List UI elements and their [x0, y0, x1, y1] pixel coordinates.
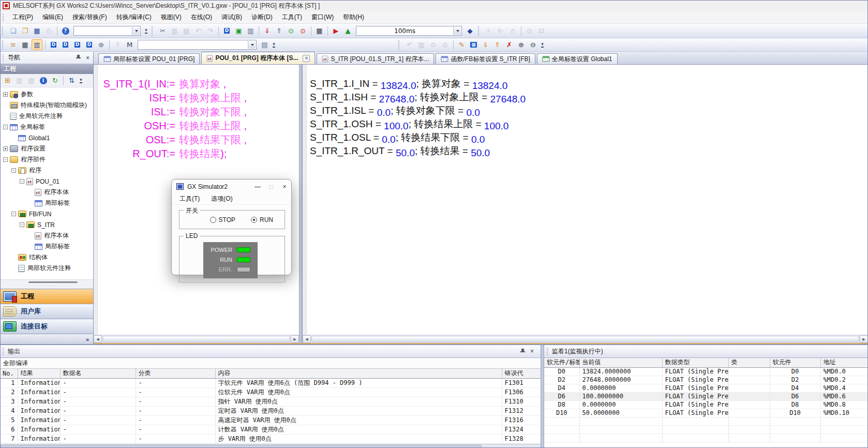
scroll-left-button[interactable]: ◀ [303, 335, 311, 343]
tab-fb-label-sitr[interactable]: 函数/FB标签设置 S_ITR [FB] × [436, 53, 535, 64]
transfer-setup-button[interactable]: ◆ [465, 25, 475, 36]
h-scrollbar[interactable]: ◀ ▶ [303, 335, 868, 343]
find-button[interactable]: M [124, 39, 135, 50]
delete-device-button[interactable]: ✗ [504, 39, 515, 50]
scan-time-combo[interactable]: 100ms [356, 26, 462, 36]
copy-button[interactable]: ▥ [169, 25, 180, 36]
menu-item[interactable]: 帮助(H) [338, 11, 369, 23]
output-row[interactable]: 2 Information - - 位软元件 VAR用 使用0点 F1306 [0, 387, 541, 397]
connection-destination-view-button[interactable]: 连接目标 [0, 319, 93, 334]
undo-button[interactable]: ↶ [193, 25, 204, 36]
user-library-view-button[interactable]: 用户库 [0, 304, 93, 319]
find-combo[interactable] [138, 40, 257, 50]
output-row[interactable]: 7 Information - - 步 VAR用 使用0点 F1328 [0, 434, 541, 443]
menu-item[interactable]: 调试(B) [217, 11, 247, 23]
label-edit-button[interactable]: ▦ [468, 39, 479, 50]
menu-item[interactable]: 在线(O) [186, 11, 217, 23]
tree-expander-icon[interactable]: - [3, 157, 8, 162]
tree-expander-icon[interactable]: - [11, 168, 16, 173]
pin-icon[interactable] [520, 348, 526, 355]
help-button[interactable]: ? [60, 25, 71, 36]
tree-item-sitr[interactable]: - S_ITR [0, 219, 93, 230]
monitor-watch-button[interactable]: ⊙ [286, 25, 296, 36]
toolbar-overflow-button[interactable]: ▾ [271, 40, 277, 50]
toolbar-combo[interactable] [73, 26, 141, 36]
stop-radio[interactable]: STOP [210, 216, 235, 223]
scroll-right-button[interactable]: ▶ [860, 335, 868, 343]
start-monitor-button[interactable]: ▶ [331, 25, 341, 36]
tree-item-pou01-local-label[interactable]: 局部标签 [0, 198, 93, 208]
device-comment-button[interactable]: D [221, 25, 232, 36]
toolbar-overflow-button[interactable]: ▾ [539, 40, 546, 50]
output-row[interactable]: 4 Information - - 定时器 VAR用 使用0点 F1312 [0, 406, 541, 415]
watch-column-header[interactable]: 地址 [820, 358, 868, 367]
close-button[interactable]: × [278, 183, 291, 190]
redo-button[interactable]: ↷ [205, 25, 216, 36]
open-project-button[interactable]: ❐ [20, 25, 31, 36]
statement-display-button[interactable]: ▥ [416, 39, 427, 50]
tree-item-local-device-comment[interactable]: 局部软元件注释 [0, 263, 93, 274]
output-row[interactable]: 3 Information - - 指针 VAR用 使用0点 F1310 [0, 397, 541, 406]
device-monitor-button[interactable]: ▥ [245, 25, 256, 36]
output-row[interactable]: 6 Information - - 计数器 VAR用 使用0点 F1324 [0, 425, 541, 434]
output-column-header[interactable]: 结果 [18, 369, 60, 378]
tree-expander-icon[interactable]: - [3, 125, 8, 129]
watch-column-header[interactable]: 类 [728, 358, 770, 367]
note-search-button[interactable]: ⊙ [440, 39, 451, 50]
watch-row[interactable]: D6 100.0000000 FLOAT (Single Precision) … [544, 392, 868, 400]
menu-item[interactable]: 视图(V) [156, 11, 186, 23]
watch-column-header[interactable]: 软元件/标签 [544, 358, 579, 367]
output-column-header[interactable]: 分类 [136, 369, 215, 378]
output-column-header[interactable]: 数据名 [60, 369, 136, 378]
tab-close-button[interactable]: × [303, 55, 310, 62]
device-tree-button[interactable]: D [72, 39, 83, 50]
editor-splitter[interactable] [299, 65, 303, 343]
tree-expander-icon[interactable]: - [11, 212, 16, 216]
read-from-plc-button[interactable]: ⇑ [274, 25, 285, 36]
watch-column-header[interactable]: 软元件 [770, 358, 820, 367]
maximize-button[interactable]: □ [264, 183, 278, 190]
panel-splitter[interactable] [541, 345, 544, 448]
watch-row[interactable]: D10 50.0000000 FLOAT (Single Precision) … [544, 409, 868, 417]
st-code-line[interactable]: ISL:= 转换对象下限 , [102, 105, 299, 119]
comment-display-button[interactable]: ↶ [404, 39, 415, 50]
tree-h-scrollbar[interactable] [0, 279, 93, 284]
refresh-button[interactable]: ↻ [50, 75, 61, 86]
watch-row[interactable]: D8 0.0000000 FLOAT (Single Precision) D8… [544, 400, 868, 409]
tree-item-parameter[interactable]: + 参数 [0, 89, 93, 100]
tree-expander-icon[interactable]: + [3, 146, 8, 151]
tree-item-global-label[interactable]: - 全局标签 [0, 122, 93, 132]
tree-expander-icon[interactable]: - [20, 179, 24, 184]
device-view-button[interactable]: D [84, 39, 95, 50]
watch-empty-row[interactable] [544, 434, 868, 442]
device-test-button[interactable]: ⊙ [297, 25, 308, 36]
watch-row[interactable]: D2 27648.0000000 FLOAT (Single Precision… [544, 376, 868, 384]
simulator-menu-item[interactable]: 工具(T) [174, 195, 205, 203]
watch-row[interactable]: D0 13824.0000000 FLOAT (Single Precision… [544, 367, 868, 376]
toolbar-overflow-button[interactable]: ▾ [143, 26, 149, 36]
export-button[interactable]: ⇑ [492, 39, 503, 50]
st-code-line[interactable]: OSH:= 转换结果上限 , [102, 119, 299, 133]
st-code-line[interactable]: ISH:= 转换对象上限 , [102, 91, 299, 105]
st-code-line[interactable]: OSL:= 转换结果下限 , [102, 133, 299, 147]
property-button[interactable]: i [38, 75, 49, 86]
close-panel-button[interactable]: × [530, 348, 534, 354]
splitter-handle[interactable]: ········· [0, 284, 93, 289]
write-to-plc-button[interactable]: ⇓ [262, 25, 273, 36]
project-view-button[interactable]: 工程 [0, 289, 93, 304]
tree-item-pou01[interactable]: - POU_01 [0, 176, 93, 187]
scroll-thumb[interactable] [311, 336, 859, 342]
device-edit-button[interactable]: ✎ [456, 39, 467, 50]
device-search-button[interactable]: ⊕ [96, 39, 107, 50]
st-code-line[interactable]: S_ITR_1(I_IN:= 换算对象 , [102, 77, 299, 91]
cross-reference-button[interactable]: ⊡ [536, 25, 547, 36]
statement-search-button[interactable]: ⊙ [428, 39, 439, 50]
context-help-button[interactable]: ? [112, 39, 123, 50]
tree-item-global-device-comment[interactable]: 全局软元件注释 [0, 111, 93, 122]
navigation-window-button[interactable]: ≡ [8, 39, 19, 50]
output-column-header[interactable]: 内容 [215, 369, 502, 378]
minimize-button[interactable]: — [251, 183, 264, 190]
watch-empty-row[interactable] [544, 425, 868, 434]
sort-button[interactable]: ⇅ [66, 75, 77, 86]
device-find-button[interactable]: ⊙ [524, 25, 535, 36]
